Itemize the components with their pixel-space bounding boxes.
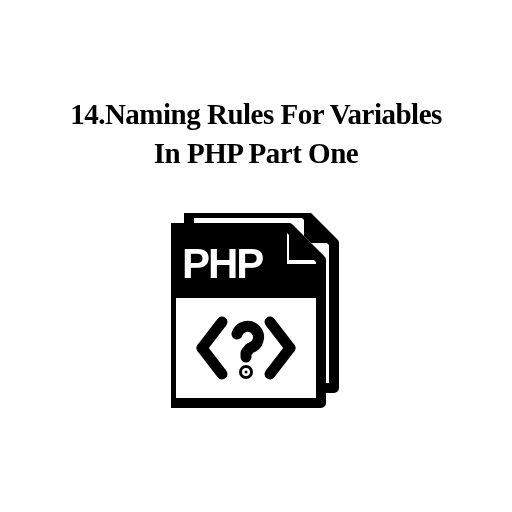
svg-text:PHP: PHP xyxy=(182,240,263,287)
page-title: 14.Naming Rules For Variables In PHP Par… xyxy=(70,95,442,173)
title-line-1: 14.Naming Rules For Variables xyxy=(70,98,442,130)
svg-point-4 xyxy=(245,371,248,374)
php-file-icon: PHP xyxy=(171,213,341,408)
title-line-2: In PHP Part One xyxy=(154,137,358,169)
